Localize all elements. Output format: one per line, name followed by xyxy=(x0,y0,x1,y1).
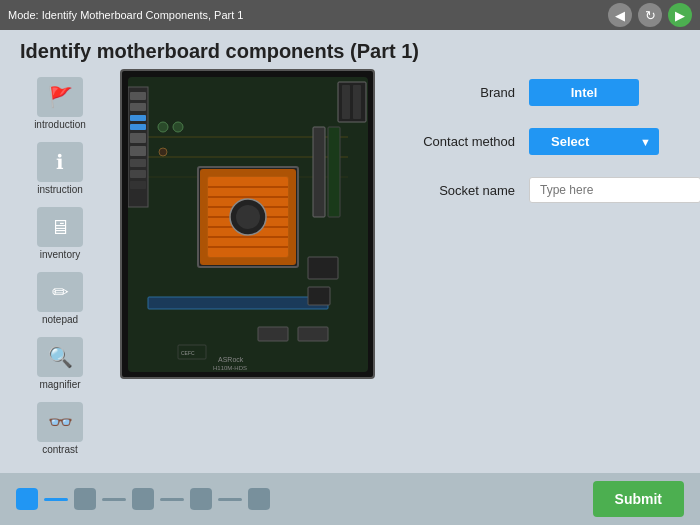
main-content: 🚩 introduction ℹ instruction 🖥 inventory… xyxy=(0,69,700,459)
svg-rect-30 xyxy=(148,297,328,309)
svg-point-17 xyxy=(236,205,260,229)
svg-rect-27 xyxy=(130,181,146,189)
progress-line-2 xyxy=(102,498,126,501)
sidebar-label-notepad: notepad xyxy=(42,314,78,325)
progress-dot-5[interactable] xyxy=(248,488,270,510)
brand-value: Intel xyxy=(529,79,639,106)
sidebar-item-instruction[interactable]: ℹ instruction xyxy=(10,138,110,199)
contact-method-field-row: Contact method Select ▼ xyxy=(405,128,700,155)
sidebar-label-inventory: inventory xyxy=(40,249,81,260)
svg-rect-29 xyxy=(328,127,340,217)
svg-rect-28 xyxy=(313,127,325,217)
svg-point-42 xyxy=(158,122,168,132)
svg-text:H110M-HDS: H110M-HDS xyxy=(213,365,247,371)
sidebar: 🚩 introduction ℹ instruction 🖥 inventory… xyxy=(10,69,110,459)
sidebar-item-introduction[interactable]: 🚩 introduction xyxy=(10,73,110,134)
progress-dot-4[interactable] xyxy=(190,488,212,510)
svg-text:CEFC: CEFC xyxy=(181,350,195,356)
brand-label: Brand xyxy=(405,85,515,100)
progress-line-1 xyxy=(44,498,68,501)
sidebar-item-contrast[interactable]: 👓 contrast xyxy=(10,398,110,459)
svg-rect-25 xyxy=(130,159,146,167)
motherboard-image: ASRock H110M-HDS CEFC xyxy=(120,69,375,379)
magnifier-icon: 🔍 xyxy=(37,337,83,377)
svg-rect-31 xyxy=(308,257,338,279)
page-title: Identify motherboard components (Part 1) xyxy=(0,30,700,69)
svg-rect-34 xyxy=(298,327,328,341)
svg-rect-41 xyxy=(353,85,361,119)
svg-point-44 xyxy=(159,148,167,156)
svg-rect-32 xyxy=(308,287,330,305)
svg-rect-22 xyxy=(130,124,146,130)
socket-name-input[interactable] xyxy=(529,177,700,203)
svg-text:ASRock: ASRock xyxy=(218,356,244,363)
svg-rect-26 xyxy=(130,170,146,178)
svg-rect-33 xyxy=(258,327,288,341)
progress-segment-4 xyxy=(190,488,212,510)
back-button[interactable]: ◀ xyxy=(608,3,632,27)
socket-name-field-row: Socket name xyxy=(405,177,700,203)
nav-buttons: ◀ ↻ ▶ xyxy=(608,3,692,27)
motherboard-svg: ASRock H110M-HDS CEFC xyxy=(128,77,368,372)
brand-field-row: Brand Intel xyxy=(405,79,700,106)
progress-dot-3[interactable] xyxy=(132,488,154,510)
bottom-bar: Submit xyxy=(0,473,700,525)
forward-button[interactable]: ▶ xyxy=(668,3,692,27)
instruction-icon: ℹ xyxy=(37,142,83,182)
svg-rect-24 xyxy=(130,146,146,156)
progress-segment-1 xyxy=(16,488,38,510)
submit-button[interactable]: Submit xyxy=(593,481,684,517)
svg-rect-23 xyxy=(130,133,146,143)
svg-rect-21 xyxy=(130,115,146,121)
progress-dot-2[interactable] xyxy=(74,488,96,510)
sidebar-label-introduction: introduction xyxy=(34,119,86,130)
svg-rect-40 xyxy=(342,85,350,119)
refresh-button[interactable]: ↻ xyxy=(638,3,662,27)
inventory-icon: 🖥 xyxy=(37,207,83,247)
progress-segment-5 xyxy=(248,488,270,510)
contact-method-select-wrapper: Select ▼ xyxy=(529,128,659,155)
sidebar-item-inventory[interactable]: 🖥 inventory xyxy=(10,203,110,264)
progress-segment-3 xyxy=(132,488,154,510)
socket-name-label: Socket name xyxy=(405,183,515,198)
sidebar-item-notepad[interactable]: ✏ notepad xyxy=(10,268,110,329)
introduction-icon: 🚩 xyxy=(37,77,83,117)
contact-method-label: Contact method xyxy=(405,134,515,149)
notepad-icon: ✏ xyxy=(37,272,83,312)
progress-bar xyxy=(16,488,270,510)
progress-line-3 xyxy=(160,498,184,501)
top-bar: Mode: Identify Motherboard Components, P… xyxy=(0,0,700,30)
svg-rect-19 xyxy=(130,92,146,100)
svg-rect-20 xyxy=(130,103,146,111)
progress-segment-2 xyxy=(74,488,96,510)
svg-point-43 xyxy=(173,122,183,132)
progress-line-4 xyxy=(218,498,242,501)
contrast-icon: 👓 xyxy=(37,402,83,442)
sidebar-label-magnifier: magnifier xyxy=(39,379,80,390)
right-panel: Brand Intel Contact method Select ▼ Sock… xyxy=(385,69,700,459)
sidebar-label-contrast: contrast xyxy=(42,444,78,455)
sidebar-item-magnifier[interactable]: 🔍 magnifier xyxy=(10,333,110,394)
contact-method-select[interactable]: Select xyxy=(529,128,659,155)
sidebar-label-instruction: instruction xyxy=(37,184,83,195)
mode-label: Mode: Identify Motherboard Components, P… xyxy=(8,9,243,21)
progress-dot-1[interactable] xyxy=(16,488,38,510)
